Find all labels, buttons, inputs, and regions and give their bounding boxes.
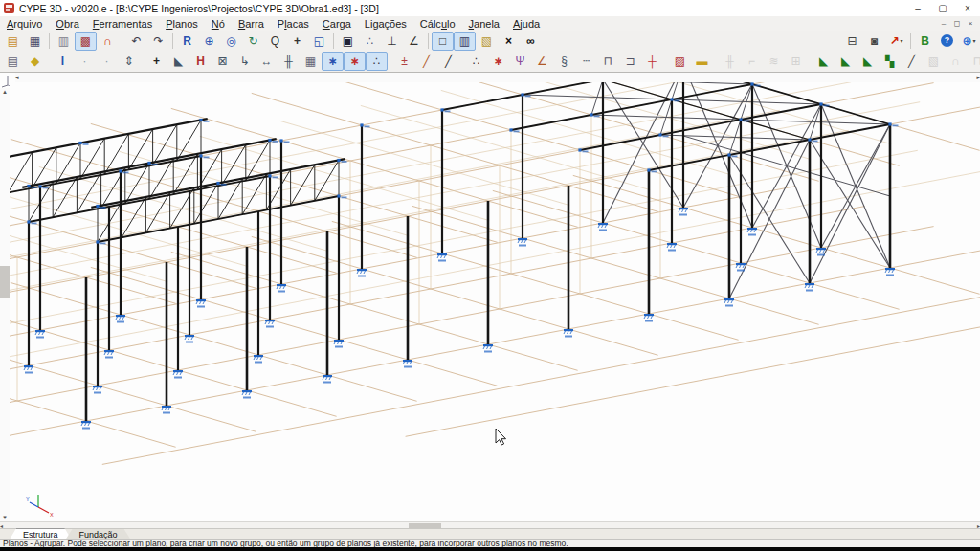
menu-item-ajuda[interactable]: Ajuda	[506, 16, 546, 31]
tb-tool-gray-3-button[interactable]: ≋	[763, 52, 785, 71]
tb-bar-flag-button[interactable]: ⊐	[619, 52, 641, 71]
tb-dimension-horizontal-button[interactable]: ↔	[256, 52, 278, 71]
tb-node-delete-button[interactable]: ∗	[487, 52, 509, 71]
tb-search-binoculars-button[interactable]: ∞	[520, 32, 542, 51]
tb-textures-button[interactable]: ▩	[75, 32, 97, 51]
tb-bar-delete-button[interactable]: ⊠	[212, 52, 234, 71]
tb-export-button[interactable]: ↗▾	[885, 32, 907, 51]
menu-item-no[interactable]: Nó	[205, 16, 232, 31]
scroll-up-icon[interactable]: ▴	[3, 88, 7, 96]
close-button[interactable]: ×	[955, 0, 980, 16]
tb-pencil-small-button[interactable]: ╱	[901, 52, 923, 71]
tb-buckling-button[interactable]: ▬	[691, 52, 713, 71]
tb-job-data-button[interactable]: ▤	[2, 52, 24, 71]
tb-save-button[interactable]: ▦	[24, 32, 46, 51]
tb-pencil-red-button[interactable]: ╱	[415, 52, 437, 71]
tb-web-services-button[interactable]: ⊕▾	[958, 32, 980, 51]
tb-snap-delete-button[interactable]: ∗	[344, 52, 366, 71]
tb-new-node-button[interactable]: ∙	[74, 52, 96, 71]
tb-paint-loads-2-button[interactable]: ◣	[835, 52, 857, 71]
tb-move-button[interactable]: +	[145, 52, 167, 71]
structure-3d-view[interactable]: YX	[10, 82, 980, 521]
tb-print-preview-button[interactable]: ◙	[863, 32, 885, 51]
menu-item-calculo[interactable]: Cálculo	[413, 16, 462, 31]
tb-zoom-previous-button[interactable]: ◎	[220, 32, 242, 51]
tb-redo-button[interactable]: ↷	[147, 32, 169, 51]
tb-bar-twist-button[interactable]: §	[553, 52, 575, 71]
tb-orbit-view-button[interactable]: ⊕	[198, 32, 220, 51]
tb-tool-gray-5-button[interactable]: ▧	[923, 52, 945, 71]
top-scrollbar[interactable]: ◂ ▸	[15, 73, 980, 82]
scroll-left-icon[interactable]: ◂	[15, 74, 19, 81]
tb-help-button[interactable]: ?	[936, 32, 958, 51]
tb-view-3d-window-button[interactable]: ▣	[337, 32, 359, 51]
tb-pan-hand-button[interactable]: +	[286, 32, 308, 51]
tb-tool-gray-1-button[interactable]: ╫	[719, 52, 741, 71]
menu-item-arquivo[interactable]: Arquivo	[0, 16, 49, 31]
tb-support-condition-button[interactable]: Ψ	[509, 52, 531, 71]
tb-snap-options-button[interactable]: ∗	[322, 52, 344, 71]
tb-rotate-view-button[interactable]: R	[176, 32, 198, 51]
tb-tool-gray-6-button[interactable]: ⊓	[967, 52, 980, 71]
menu-item-janela[interactable]: Janela	[462, 16, 506, 31]
tb-dim-axis-a-button[interactable]: ±	[393, 52, 415, 71]
tb-paint-loads-1-button[interactable]: ◣	[813, 52, 835, 71]
tb-open-file-button[interactable]: ▤	[2, 32, 24, 51]
tb-print-button[interactable]: ⊟	[841, 32, 863, 51]
tb-new-point-button[interactable]: ·	[96, 52, 118, 71]
menu-item-ferramentas[interactable]: Ferramentas	[86, 16, 159, 31]
tb-generate-plane-button[interactable]: ◣	[167, 52, 189, 71]
tb-truss-generator-button[interactable]: ▨	[669, 52, 691, 71]
tb-paint-loads-4-button[interactable]: ▚	[879, 52, 901, 71]
tb-select-capture-button[interactable]: ▥	[454, 32, 476, 51]
tb-zoom-window-button[interactable]: ◱	[308, 32, 330, 51]
menu-item-obra[interactable]: Obra	[49, 16, 85, 31]
left-scrollbar[interactable]: ▴ ▾	[0, 88, 10, 521]
drawing-area[interactable]: ◂ ▸ ▴ ▾ YX	[0, 73, 980, 521]
tb-bar-rotate-button[interactable]: ↳	[234, 52, 256, 71]
mdi-close-button[interactable]: ×	[964, 18, 977, 30]
tb-arch-gray-button[interactable]: ∩	[945, 52, 967, 71]
tb-frame-bars-button[interactable]: ╫	[278, 52, 300, 71]
menu-item-placas[interactable]: Placas	[271, 16, 316, 31]
tb-node-view-button[interactable]: ∴	[366, 52, 388, 71]
maximize-button[interactable]: ▢	[930, 0, 955, 16]
tb-delete-button[interactable]: ×	[498, 32, 520, 51]
mdi-minimize-button[interactable]: –	[937, 18, 950, 30]
tb-bim-link-button[interactable]: B	[914, 32, 936, 51]
tb-select-box-button[interactable]: □	[432, 32, 454, 51]
tb-section-library-button[interactable]: ◆	[24, 52, 46, 71]
tb-bar-angle-button[interactable]: ∠	[531, 52, 553, 71]
menu-item-barra[interactable]: Barra	[232, 16, 271, 31]
tb-bar-articulate-button[interactable]: ⊓	[597, 52, 619, 71]
tb-local-axes-button[interactable]: ∴	[359, 32, 381, 51]
menu-item-planos[interactable]: Planos	[159, 16, 205, 31]
tb-edit-window-button[interactable]: ▧	[476, 32, 498, 51]
tb-redraw-button[interactable]: ↻	[242, 32, 264, 51]
tb-orthogonal-mode-button[interactable]: ⊥	[381, 32, 403, 51]
tb-zoom-magnifier-button[interactable]: Q	[264, 32, 286, 51]
tb-magnet-snap-button[interactable]: ∩	[97, 32, 119, 51]
tb-tool-gray-2-button[interactable]: ⌐	[741, 52, 763, 71]
menu-item-ligacoes[interactable]: Ligações	[358, 16, 413, 31]
tb-pencil-dark-button[interactable]: ╱	[437, 52, 459, 71]
tb-tool-gray-4-button[interactable]: ⊞	[785, 52, 807, 71]
tb-undo-button[interactable]: ↶	[125, 32, 147, 51]
tb-paint-loads-3-button[interactable]: ◣	[857, 52, 879, 71]
tb-bar-describe-button[interactable]: H	[189, 52, 212, 71]
tb-mesh-grid-button[interactable]: ▦	[300, 52, 322, 71]
tb-crosshair-red-button[interactable]: ┼	[641, 52, 663, 71]
left-scrollbar-thumb[interactable]	[0, 266, 10, 298]
menu-item-carga[interactable]: Carga	[316, 16, 358, 31]
tb-dimension-vertical-button[interactable]: ⇕	[118, 52, 140, 71]
tb-new-bar-button[interactable]: I	[52, 52, 74, 71]
minimize-button[interactable]: –	[905, 0, 930, 16]
tb-angle-mode-button[interactable]: ∠	[403, 32, 425, 51]
edit-window-icon: ▧	[481, 35, 492, 47]
tb-views-preview-button[interactable]: ▥	[53, 32, 75, 51]
tb-dashed-axis-button[interactable]: ┄	[575, 52, 597, 71]
mdi-restore-button[interactable]: ◻	[950, 18, 964, 30]
scroll-down-icon[interactable]: ▾	[3, 514, 7, 521]
scroll-right-icon[interactable]: ▸	[976, 74, 980, 81]
tb-node-union-button[interactable]: ∴	[465, 52, 487, 71]
